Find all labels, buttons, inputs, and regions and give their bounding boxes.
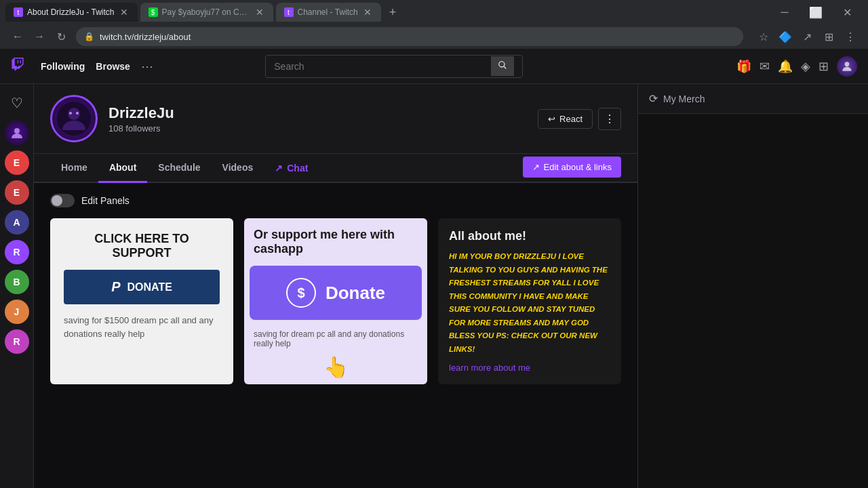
- address-bar: ← → ↻ 🔒 twitch.tv/drizzleju/about ☆ 🔷 ↗ …: [0, 24, 868, 49]
- more-options-icon[interactable]: ⋮: [841, 27, 860, 46]
- sidebar-item-3[interactable]: A: [5, 210, 29, 235]
- tab-1-close[interactable]: ✕: [119, 5, 130, 19]
- twitch-favicon-3: t: [284, 7, 294, 17]
- learn-more-link[interactable]: learn more about me: [449, 363, 610, 373]
- svg-point-1: [14, 128, 20, 134]
- user-avatar[interactable]: [837, 56, 857, 77]
- tab-videos[interactable]: Videos: [212, 154, 264, 183]
- sidebar-item-7[interactable]: R: [5, 329, 29, 354]
- notifications-icon[interactable]: 🔔: [778, 59, 793, 74]
- edit-panels-toggle[interactable]: [50, 194, 75, 207]
- tab-about[interactable]: About: [98, 154, 147, 183]
- cursor-hand-icon: 👆: [244, 355, 427, 384]
- about-content: Edit Panels CLICK HERE TO SUPPORT P DONA…: [34, 183, 637, 395]
- tab-2-close[interactable]: ✕: [254, 5, 265, 19]
- about-me-panel: All about me! HI IM YOUR BOY DRIZZLEJU I…: [438, 218, 621, 384]
- following-nav[interactable]: Following: [41, 61, 85, 72]
- tab-chat[interactable]: ↗ Chat: [264, 154, 319, 183]
- bookmark-icon[interactable]: ☆: [754, 27, 773, 46]
- cashapp-favicon: $: [149, 7, 158, 17]
- twitch-header: Following Browse ⋯ 🎁 ✉ 🔔 ◈ ⊞: [0, 49, 868, 84]
- right-sidebar: ⟳ My Merch: [637, 84, 868, 488]
- minimize-button[interactable]: ─: [769, 0, 800, 24]
- forward-button[interactable]: →: [30, 27, 49, 46]
- maximize-button[interactable]: ⬜: [800, 0, 831, 24]
- share-icon[interactable]: ↗: [797, 27, 816, 46]
- twitch-logo-icon[interactable]: [11, 58, 24, 75]
- sidebar-item-4[interactable]: R: [5, 240, 29, 264]
- tab-schedule[interactable]: Schedule: [147, 154, 211, 183]
- my-merch-header: ⟳ My Merch: [638, 84, 868, 114]
- cashapp-donate-visual: $ Donate: [250, 266, 422, 320]
- tab-about-drizzle[interactable]: t About DrizzleJu - Twitch ✕: [5, 3, 138, 22]
- left-sidebar: ♡ E E A R B J R: [0, 84, 34, 488]
- url-text: twitch.tv/drizzleju/about: [100, 32, 191, 42]
- tab-3-label: Channel - Twitch: [298, 7, 358, 17]
- sidebar-item-1[interactable]: E: [5, 150, 29, 175]
- header-icons: 🎁 ✉ 🔔 ◈ ⊞: [736, 56, 857, 77]
- cashapp-panel: Or support me here with cashapp $ Donate…: [244, 218, 427, 384]
- dollar-circle-icon: $: [286, 278, 316, 308]
- back-button[interactable]: ←: [8, 27, 27, 46]
- close-window-button[interactable]: ✕: [831, 0, 863, 24]
- prime-icon[interactable]: ◈: [801, 59, 810, 74]
- profile-grid-icon[interactable]: ⊞: [818, 59, 829, 74]
- react-icon: ↩: [548, 114, 555, 124]
- refresh-button[interactable]: ↻: [52, 27, 71, 46]
- gift-icon[interactable]: 🎁: [736, 59, 751, 74]
- svg-point-0: [845, 62, 850, 66]
- profile-icon[interactable]: ⊞: [819, 27, 838, 46]
- tab-channel-twitch[interactable]: t Channel - Twitch ✕: [276, 3, 381, 22]
- search-button[interactable]: [491, 56, 514, 76]
- tab-3-close[interactable]: ✕: [362, 5, 373, 19]
- tab-cashapp[interactable]: $ Pay $yaboyju77 on Cash App ✕: [140, 3, 273, 22]
- browse-nav[interactable]: Browse: [96, 61, 130, 72]
- cashapp-subtext: saving for dream pc all and any donation…: [244, 325, 427, 355]
- support-panel: CLICK HERE TO SUPPORT P DONATE saving fo…: [50, 218, 233, 384]
- search-box: [265, 55, 523, 78]
- tab-2-label: Pay $yaboyju77 on Cash App: [162, 7, 250, 17]
- channel-avatar: [50, 95, 98, 142]
- tab-1-label: About DrizzleJu - Twitch: [27, 7, 115, 17]
- new-tab-button[interactable]: +: [384, 5, 402, 20]
- search-input[interactable]: [274, 61, 486, 72]
- extensions-icon[interactable]: 🔷: [776, 27, 795, 46]
- right-sidebar-dark: [638, 114, 868, 488]
- more-options-button[interactable]: ⋮: [598, 108, 621, 130]
- channel-header: DrizzleJu 108 followers ↩ React ⋮: [34, 84, 637, 154]
- sidebar-heart-icon[interactable]: ♡: [5, 91, 29, 115]
- lock-icon: 🔒: [84, 32, 94, 41]
- chat-link-icon: ↗: [275, 163, 283, 174]
- svg-point-4: [69, 112, 72, 115]
- react-button[interactable]: ↩ React: [538, 109, 593, 129]
- donate-button[interactable]: P DONATE: [64, 270, 220, 304]
- tabs-list: Home About Schedule Videos ↗ Chat: [50, 154, 319, 182]
- url-box[interactable]: 🔒 twitch.tv/drizzleju/about: [76, 27, 743, 46]
- edit-about-links-button[interactable]: ↗ Edit about & links: [523, 157, 621, 178]
- channel-header-actions: ↩ React ⋮: [538, 108, 621, 130]
- toggle-knob: [52, 195, 62, 206]
- my-merch-label: My Merch: [663, 94, 705, 104]
- main-content: DrizzleJu 108 followers ↩ React ⋮ Home A…: [34, 84, 637, 488]
- edit-panels-label: Edit Panels: [81, 195, 130, 206]
- search-container: [265, 55, 523, 78]
- mail-icon[interactable]: ✉: [760, 59, 770, 74]
- sidebar-item-6[interactable]: J: [5, 300, 29, 324]
- support-subtext: saving for $1500 dream pc all and any do…: [64, 314, 220, 340]
- more-nav-icon[interactable]: ⋯: [141, 59, 153, 74]
- paypal-icon: P: [111, 279, 120, 295]
- edit-links-icon: ↗: [532, 162, 540, 172]
- about-me-title: All about me!: [449, 229, 610, 243]
- channel-followers: 108 followers: [108, 123, 527, 134]
- sidebar-item-2[interactable]: E: [5, 180, 29, 205]
- sidebar-item-0[interactable]: [5, 121, 29, 145]
- cashapp-donate-label: Donate: [326, 283, 385, 304]
- svg-point-5: [76, 112, 79, 115]
- tab-bar: t About DrizzleJu - Twitch ✕ $ Pay $yabo…: [0, 0, 868, 24]
- cashapp-title: Or support me here with cashapp: [244, 218, 427, 260]
- sidebar-item-5[interactable]: B: [5, 270, 29, 294]
- about-me-text: HI IM YOUR BOY DRIZZLEJU I LOVE TALKING …: [449, 250, 610, 356]
- channel-tabs: Home About Schedule Videos ↗ Chat ↗ Edit…: [34, 154, 637, 183]
- tab-home[interactable]: Home: [50, 154, 98, 183]
- twitch-favicon-1: t: [14, 7, 23, 17]
